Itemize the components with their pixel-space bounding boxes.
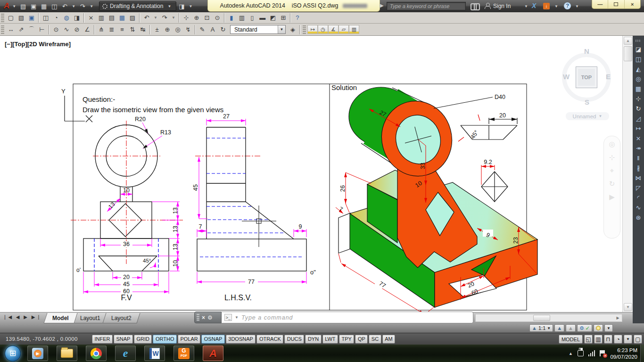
toggle-qp[interactable]: QP: [355, 335, 368, 344]
vertical-scroll-thumb[interactable]: [624, 46, 632, 61]
annotation-visibility-button[interactable]: ▲: [554, 324, 564, 332]
print-preview-icon[interactable]: ◔: [51, 13, 61, 23]
power-plug-icon[interactable]: [578, 350, 584, 356]
offset-icon[interactable]: ◎: [634, 74, 643, 83]
measure-area-icon[interactable]: ▱: [339, 25, 349, 34]
break-at-point-icon[interactable]: ‖: [634, 154, 643, 163]
command-input[interactable]: >_ ▼ Type a command: [222, 312, 473, 323]
save-icon[interactable]: ▣: [28, 1, 39, 11]
toggle-infer[interactable]: INFER: [92, 335, 113, 344]
vertical-scrollbar[interactable]: ▲ ▼: [622, 36, 633, 312]
viewcube-east[interactable]: E: [606, 73, 611, 81]
measure-volume-icon[interactable]: ▥: [349, 25, 359, 34]
toolbar-grip[interactable]: [1, 14, 4, 22]
toolbar-grip[interactable]: [303, 25, 306, 34]
combo-caret-icon[interactable]: ▼: [278, 25, 285, 33]
search-binoculars-icon[interactable]: [471, 3, 480, 9]
sign-in-caret-icon[interactable]: ▼: [524, 4, 528, 8]
lighting-button[interactable]: [594, 324, 603, 332]
tray-expand-icon[interactable]: ▲: [569, 351, 573, 356]
exchange-apps-icon[interactable]: ↓: [543, 3, 550, 9]
toggle-ortho[interactable]: ORTHO: [153, 335, 177, 344]
toggle-otrack[interactable]: OTRACK: [256, 335, 283, 344]
tool-palettes-icon[interactable]: ▯: [247, 13, 257, 23]
toggle-am[interactable]: AM: [382, 335, 396, 344]
tab-nav-arrows[interactable]: ❘◀ ◀ ▶ ▶❘: [3, 314, 42, 320]
toggle-polar[interactable]: POLAR: [178, 335, 200, 344]
status-caret-icon[interactable]: ▼: [624, 335, 632, 344]
taskbar-autocad[interactable]: A: [203, 346, 223, 361]
taskbar-file-explorer[interactable]: [57, 346, 77, 361]
clean-screen-icon[interactable]: ▢: [634, 335, 642, 344]
viewport-controls-label[interactable]: [−][Top][2D Wireframe]: [5, 41, 71, 48]
dim-baseline-icon[interactable]: ≣: [107, 25, 117, 34]
plot-icon[interactable]: ◫: [41, 13, 51, 23]
toggle-tpy[interactable]: TPY: [339, 335, 354, 344]
viewcube-south[interactable]: S: [585, 98, 589, 106]
undo-caret-icon[interactable]: ▼: [154, 16, 157, 20]
dim-jogged-linear-icon[interactable]: ↯: [183, 25, 193, 34]
dim-space-icon[interactable]: ⇅: [127, 25, 138, 34]
dim-aligned-icon[interactable]: ⇗: [16, 25, 26, 34]
array-icon[interactable]: ▦: [634, 84, 643, 93]
erase-icon[interactable]: ◪: [634, 45, 643, 54]
tab-model[interactable]: Model: [43, 313, 77, 323]
dim-style-icon[interactable]: ◈: [288, 25, 298, 34]
paste-special-icon[interactable]: ▦: [117, 13, 127, 23]
pan-icon[interactable]: ⊹: [181, 13, 191, 23]
redo-icon[interactable]: ↷: [77, 1, 88, 11]
dim-text-edit-icon[interactable]: A: [207, 25, 218, 34]
chamfer-icon[interactable]: ◸: [634, 183, 643, 192]
title-expand-icon[interactable]: ▶: [380, 3, 384, 8]
design-center-icon[interactable]: ▥: [237, 13, 247, 23]
match-properties-icon[interactable]: ▨: [127, 13, 138, 23]
qat-customize-icon[interactable]: ◨: [176, 1, 187, 11]
network-signal-icon[interactable]: [588, 350, 595, 356]
restore-button[interactable]: [608, 0, 624, 8]
toolbar-grip[interactable]: [1, 25, 4, 34]
join-icon[interactable]: ⋈: [634, 173, 643, 182]
autodesk-360-icon[interactable]: X: [532, 2, 536, 9]
zoom-realtime-icon[interactable]: ⊕: [191, 13, 202, 23]
undo-icon[interactable]: ↶: [141, 13, 152, 23]
blend-curves-icon[interactable]: ∿: [634, 203, 643, 212]
taskbar-word[interactable]: W: [144, 346, 165, 361]
rotate-icon[interactable]: ↻: [634, 104, 643, 113]
zoom-icon[interactable]: ⌖: [610, 167, 614, 174]
open-icon[interactable]: ▧: [18, 1, 28, 11]
viewcube[interactable]: N W E S TOP Unnamed▼: [557, 49, 619, 124]
quick-view-layouts-icon[interactable]: ◱: [584, 335, 593, 344]
dim-radius-icon[interactable]: ⊙: [51, 25, 61, 34]
measure-angle-icon[interactable]: ∡: [328, 25, 339, 34]
start-button[interactable]: ⊞: [5, 346, 21, 362]
redo-caret-icon[interactable]: ▼: [172, 16, 175, 20]
mirror-icon[interactable]: ◭: [634, 65, 643, 74]
scroll-up-icon[interactable]: ▲: [624, 37, 632, 45]
annotation-scale-button[interactable]: ▲ 1:1 ▼: [529, 324, 553, 332]
taskbar-foxit[interactable]: GPDF: [173, 346, 194, 361]
trim-icon[interactable]: ⨯: [634, 134, 643, 143]
dim-break-icon[interactable]: ↹: [138, 25, 148, 34]
clock[interactable]: 6:23 PM 09/07/2020: [610, 347, 637, 360]
dim-update-icon[interactable]: ↻: [218, 25, 228, 34]
cut-icon[interactable]: ⨯: [86, 13, 96, 23]
horizontal-scrollbar[interactable]: ▶: [475, 314, 622, 322]
scroll-right-icon[interactable]: ▶: [614, 315, 621, 321]
close-icon[interactable]: ×: [202, 314, 205, 321]
dim-jogged-icon[interactable]: ∿: [61, 25, 72, 34]
help-search-input[interactable]: Type a keyword or phrase: [387, 2, 466, 10]
pan-hand-icon[interactable]: ⊹: [609, 154, 615, 161]
dim-continue-icon[interactable]: ≡: [117, 25, 127, 34]
break-icon[interactable]: ∦: [634, 164, 643, 173]
dim-arc-length-icon[interactable]: ⌒: [26, 25, 37, 34]
qat-customize-caret-icon[interactable]: ▼: [189, 4, 192, 8]
toggle-osnap[interactable]: OSNAP: [201, 335, 225, 344]
show-desktop-button[interactable]: [640, 345, 644, 362]
navigation-wheel-icon[interactable]: ◎: [609, 141, 615, 148]
close-button[interactable]: ×: [625, 0, 640, 8]
toggle-lwt[interactable]: LWT: [322, 335, 338, 344]
zoom-window-icon[interactable]: ⊡: [202, 13, 212, 23]
help-icon[interactable]: ?: [564, 2, 571, 9]
toggle-3dosnap[interactable]: 3DOSNAP: [226, 335, 256, 344]
tab-layout2[interactable]: Layout2: [103, 313, 140, 323]
